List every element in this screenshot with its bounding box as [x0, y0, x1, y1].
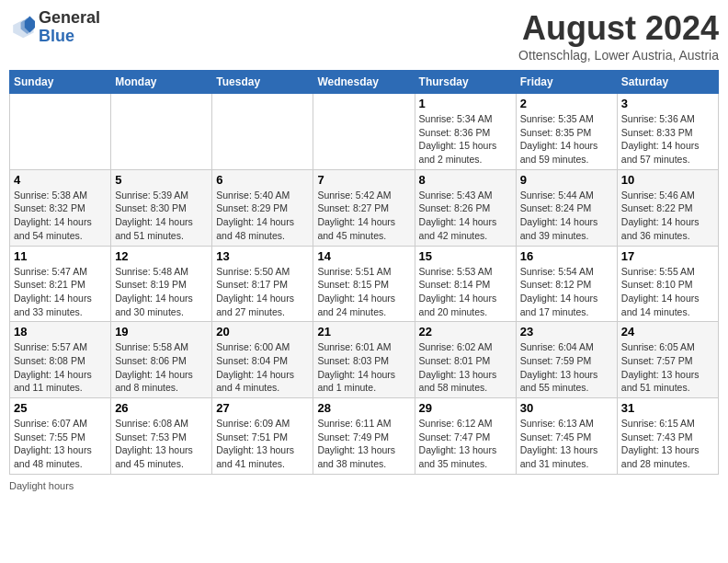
day-cell: 2Sunrise: 5:35 AM Sunset: 8:35 PM Daylig…	[516, 94, 617, 170]
day-number: 6	[216, 173, 309, 187]
day-cell: 3Sunrise: 5:36 AM Sunset: 8:33 PM Daylig…	[617, 94, 718, 170]
day-info: Sunrise: 5:48 AM Sunset: 8:19 PM Dayligh…	[115, 265, 208, 319]
day-number: 28	[317, 401, 410, 415]
day-cell: 31Sunrise: 6:15 AM Sunset: 7:43 PM Dayli…	[617, 398, 718, 475]
day-info: Sunrise: 6:15 AM Sunset: 7:43 PM Dayligh…	[621, 417, 714, 471]
day-info: Sunrise: 5:34 AM Sunset: 8:36 PM Dayligh…	[419, 112, 512, 167]
day-cell: 15Sunrise: 5:53 AM Sunset: 8:14 PM Dayli…	[415, 246, 516, 322]
day-cell: 17Sunrise: 5:55 AM Sunset: 8:10 PM Dayli…	[617, 246, 718, 322]
day-number: 26	[115, 401, 208, 415]
day-number: 21	[317, 325, 410, 339]
day-info: Sunrise: 5:42 AM Sunset: 8:27 PM Dayligh…	[317, 189, 410, 243]
day-info: Sunrise: 5:44 AM Sunset: 8:24 PM Dayligh…	[520, 189, 613, 243]
day-cell: 7Sunrise: 5:42 AM Sunset: 8:27 PM Daylig…	[313, 169, 415, 246]
weekday-header-wednesday: Wednesday	[313, 71, 415, 94]
day-info: Sunrise: 5:50 AM Sunset: 8:17 PM Dayligh…	[216, 265, 309, 319]
logo-blue-text: Blue	[39, 28, 100, 46]
footer-note: Daylight hours	[9, 480, 719, 491]
day-info: Sunrise: 6:04 AM Sunset: 7:59 PM Dayligh…	[520, 340, 613, 395]
day-info: Sunrise: 6:01 AM Sunset: 8:03 PM Dayligh…	[317, 340, 410, 395]
day-info: Sunrise: 5:55 AM Sunset: 8:10 PM Dayligh…	[621, 265, 714, 319]
day-info: Sunrise: 6:11 AM Sunset: 7:49 PM Dayligh…	[317, 417, 410, 471]
header: General Blue August 2024 Ottenschlag, Lo…	[9, 9, 719, 63]
day-info: Sunrise: 5:40 AM Sunset: 8:29 PM Dayligh…	[216, 189, 309, 243]
day-cell	[212, 94, 313, 170]
day-number: 11	[14, 249, 107, 263]
day-cell: 28Sunrise: 6:11 AM Sunset: 7:49 PM Dayli…	[313, 398, 415, 475]
day-number: 14	[317, 249, 410, 263]
day-number: 19	[115, 325, 208, 339]
day-cell: 11Sunrise: 5:47 AM Sunset: 8:21 PM Dayli…	[10, 246, 111, 322]
day-cell: 6Sunrise: 5:40 AM Sunset: 8:29 PM Daylig…	[212, 169, 313, 246]
day-info: Sunrise: 6:13 AM Sunset: 7:45 PM Dayligh…	[520, 417, 613, 471]
week-row-0: 1Sunrise: 5:34 AM Sunset: 8:36 PM Daylig…	[10, 94, 719, 170]
day-cell: 23Sunrise: 6:04 AM Sunset: 7:59 PM Dayli…	[516, 322, 617, 398]
day-cell: 29Sunrise: 6:12 AM Sunset: 7:47 PM Dayli…	[415, 398, 516, 475]
day-number: 17	[621, 249, 714, 263]
day-cell: 12Sunrise: 5:48 AM Sunset: 8:19 PM Dayli…	[111, 246, 212, 322]
day-number: 3	[621, 97, 714, 110]
day-number: 29	[419, 401, 512, 415]
week-row-2: 11Sunrise: 5:47 AM Sunset: 8:21 PM Dayli…	[10, 246, 719, 322]
day-cell: 4Sunrise: 5:38 AM Sunset: 8:32 PM Daylig…	[10, 169, 111, 246]
day-number: 1	[419, 97, 512, 110]
day-cell: 24Sunrise: 6:05 AM Sunset: 7:57 PM Dayli…	[617, 322, 718, 398]
day-info: Sunrise: 5:53 AM Sunset: 8:14 PM Dayligh…	[419, 265, 512, 319]
title-area: August 2024 Ottenschlag, Lower Austria, …	[518, 9, 719, 63]
day-cell: 10Sunrise: 5:46 AM Sunset: 8:22 PM Dayli…	[617, 169, 718, 246]
day-number: 13	[216, 249, 309, 263]
day-number: 2	[520, 97, 613, 110]
day-cell: 26Sunrise: 6:08 AM Sunset: 7:53 PM Dayli…	[111, 398, 212, 475]
week-row-4: 25Sunrise: 6:07 AM Sunset: 7:55 PM Dayli…	[10, 398, 719, 475]
day-number: 16	[520, 249, 613, 263]
day-info: Sunrise: 6:12 AM Sunset: 7:47 PM Dayligh…	[419, 417, 512, 471]
week-row-3: 18Sunrise: 5:57 AM Sunset: 8:08 PM Dayli…	[10, 322, 719, 398]
day-cell	[10, 94, 111, 170]
weekday-header-friday: Friday	[516, 71, 617, 94]
day-number: 25	[14, 401, 107, 415]
month-title: August 2024	[518, 9, 719, 48]
day-info: Sunrise: 5:51 AM Sunset: 8:15 PM Dayligh…	[317, 265, 410, 319]
day-info: Sunrise: 5:46 AM Sunset: 8:22 PM Dayligh…	[621, 189, 714, 243]
day-cell: 20Sunrise: 6:00 AM Sunset: 8:04 PM Dayli…	[212, 322, 313, 398]
day-info: Sunrise: 6:00 AM Sunset: 8:04 PM Dayligh…	[216, 340, 309, 395]
day-cell: 8Sunrise: 5:43 AM Sunset: 8:26 PM Daylig…	[415, 169, 516, 246]
day-cell: 18Sunrise: 5:57 AM Sunset: 8:08 PM Dayli…	[10, 322, 111, 398]
day-info: Sunrise: 5:47 AM Sunset: 8:21 PM Dayligh…	[14, 265, 107, 319]
logo-icon	[9, 15, 35, 40]
week-row-1: 4Sunrise: 5:38 AM Sunset: 8:32 PM Daylig…	[10, 169, 719, 246]
day-info: Sunrise: 5:58 AM Sunset: 8:06 PM Dayligh…	[115, 340, 208, 395]
day-cell: 5Sunrise: 5:39 AM Sunset: 8:30 PM Daylig…	[111, 169, 212, 246]
day-number: 15	[419, 249, 512, 263]
day-cell: 14Sunrise: 5:51 AM Sunset: 8:15 PM Dayli…	[313, 246, 415, 322]
day-cell: 30Sunrise: 6:13 AM Sunset: 7:45 PM Dayli…	[516, 398, 617, 475]
day-cell: 21Sunrise: 6:01 AM Sunset: 8:03 PM Dayli…	[313, 322, 415, 398]
weekday-header-saturday: Saturday	[617, 71, 718, 94]
day-number: 20	[216, 325, 309, 339]
calendar-table: SundayMondayTuesdayWednesdayThursdayFrid…	[9, 70, 719, 475]
day-info: Sunrise: 5:36 AM Sunset: 8:33 PM Dayligh…	[621, 112, 714, 167]
weekday-header-tuesday: Tuesday	[212, 71, 313, 94]
weekday-header-monday: Monday	[111, 71, 212, 94]
weekday-header-row: SundayMondayTuesdayWednesdayThursdayFrid…	[10, 71, 719, 94]
day-info: Sunrise: 6:09 AM Sunset: 7:51 PM Dayligh…	[216, 417, 309, 471]
day-number: 31	[621, 401, 714, 415]
day-cell: 19Sunrise: 5:58 AM Sunset: 8:06 PM Dayli…	[111, 322, 212, 398]
location-title: Ottenschlag, Lower Austria, Austria	[518, 48, 719, 63]
logo-general-text: General	[39, 9, 100, 28]
day-cell: 25Sunrise: 6:07 AM Sunset: 7:55 PM Dayli…	[10, 398, 111, 475]
logo: General Blue	[9, 9, 100, 46]
day-cell: 22Sunrise: 6:02 AM Sunset: 8:01 PM Dayli…	[415, 322, 516, 398]
day-number: 23	[520, 325, 613, 339]
day-info: Sunrise: 5:38 AM Sunset: 8:32 PM Dayligh…	[14, 189, 107, 243]
day-info: Sunrise: 5:54 AM Sunset: 8:12 PM Dayligh…	[520, 265, 613, 319]
day-number: 18	[14, 325, 107, 339]
day-info: Sunrise: 5:35 AM Sunset: 8:35 PM Dayligh…	[520, 112, 613, 167]
day-number: 7	[317, 173, 410, 187]
weekday-header-thursday: Thursday	[415, 71, 516, 94]
day-number: 22	[419, 325, 512, 339]
day-cell: 1Sunrise: 5:34 AM Sunset: 8:36 PM Daylig…	[415, 94, 516, 170]
day-cell: 27Sunrise: 6:09 AM Sunset: 7:51 PM Dayli…	[212, 398, 313, 475]
day-info: Sunrise: 6:02 AM Sunset: 8:01 PM Dayligh…	[419, 340, 512, 395]
logo-text: General Blue	[39, 9, 100, 46]
